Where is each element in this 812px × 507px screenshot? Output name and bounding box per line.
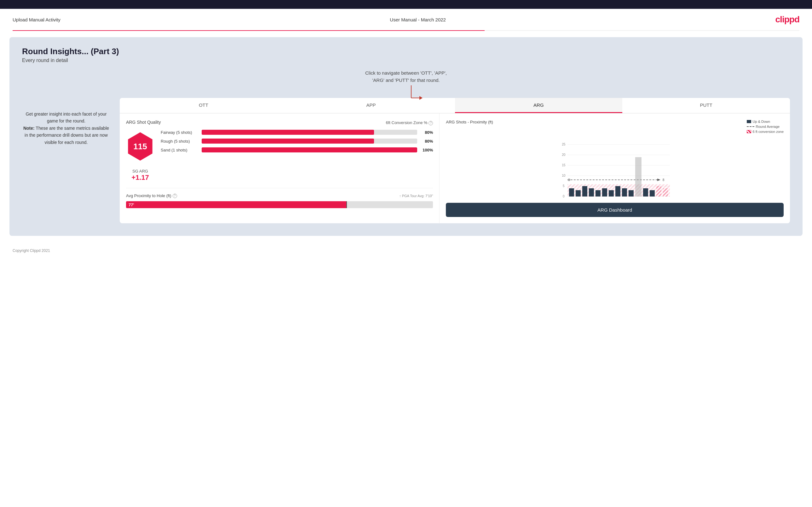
bar-11 (643, 188, 648, 196)
fairway-pct: 80% (420, 130, 433, 135)
legend-label-conversion: 6 ft conversion zone (753, 130, 783, 133)
footer: Copyright Clippd 2021 (0, 242, 812, 259)
proximity-cursor (346, 201, 347, 208)
metric-row-fairway: Fairway (5 shots) 80% (161, 130, 433, 135)
note-label: Note: (23, 126, 35, 131)
legend-up-down: Up & Down (747, 120, 783, 123)
sg-value: +1.17 (132, 173, 149, 182)
chart-legend: Up & Down Round Average 6 ft conversion … (747, 120, 783, 133)
header: Upload Manual Activity User Manual - Mar… (0, 9, 812, 30)
svg-text:10: 10 (562, 174, 566, 177)
legend-box-conversion (747, 130, 751, 133)
main-card: OTT APP ARG PUTT ARG Shot Quality 6ft Co… (120, 98, 790, 223)
fairway-bar-fill (202, 130, 374, 135)
legend-label-round-avg: Round Average (756, 125, 780, 128)
proximity-bar-fill: 77' (126, 201, 347, 208)
tabs-container: OTT APP ARG PUTT (120, 98, 790, 113)
right-section: ARG Shots - Proximity (ft) Up & Down Rou… (440, 113, 790, 223)
clippd-logo: clippd (775, 14, 799, 24)
bar-2 (576, 190, 581, 196)
svg-text:0: 0 (563, 194, 565, 198)
proximity-section: Avg Proximity to Hole (ft) ? ↑ PGA Tour … (126, 188, 433, 208)
svg-text:15: 15 (562, 163, 566, 167)
bar-tall (635, 157, 642, 196)
tab-arg[interactable]: ARG (455, 98, 623, 113)
arg-dashboard-button[interactable]: ARG Dashboard (446, 203, 783, 217)
chart-svg: 0 5 10 15 20 25 30 (446, 136, 783, 199)
rough-bar (202, 138, 417, 144)
sand-bar (202, 148, 417, 153)
legend-label-up-down: Up & Down (753, 120, 770, 123)
bar-9 (622, 188, 627, 196)
metric-row-rough: Rough (5 shots) 80% (161, 138, 433, 144)
proximity-bar-container: 77' (126, 201, 433, 208)
sg-label: SG ARG (132, 169, 148, 173)
svg-text:30: 30 (562, 136, 566, 137)
chart-title: ARG Shots - Proximity (ft) (446, 120, 493, 124)
tab-putt[interactable]: PUTT (622, 98, 790, 113)
left-section: ARG Shot Quality 6ft Conversion Zone % ?… (120, 113, 440, 223)
bar-8 (615, 186, 620, 196)
svg-text:5: 5 (563, 184, 565, 188)
svg-text:25: 25 (562, 143, 566, 146)
legend-dashed-line (747, 126, 754, 127)
page-subtitle: Every round in detail (22, 58, 790, 63)
tab-ott[interactable]: OTT (120, 98, 287, 113)
sand-bar-fill (202, 148, 417, 153)
annotation-area: Click to navigate between 'OTT', 'APP','… (22, 70, 790, 95)
upload-manual-activity[interactable]: Upload Manual Activity (13, 17, 60, 22)
left-description: Get greater insight into each facet of y… (22, 111, 110, 146)
chart-header: ARG Shots - Proximity (ft) Up & Down Rou… (446, 120, 783, 133)
legend-round-avg: Round Average (747, 125, 783, 128)
bar-12 (650, 190, 655, 196)
bar-hatch-2 (663, 188, 668, 196)
fairway-bar (202, 130, 417, 135)
legend-conversion: 6 ft conversion zone (747, 130, 783, 133)
bar-7 (609, 190, 614, 196)
bar-hatch-1 (656, 186, 661, 196)
arrow-annotation (408, 86, 427, 104)
bar-6 (602, 188, 607, 196)
round-avg-circle (568, 178, 570, 181)
fairway-label: Fairway (5 shots) (161, 130, 199, 135)
arg-score-badge: 115 (126, 132, 154, 161)
layout: Get greater insight into each facet of y… (22, 98, 790, 223)
header-divider (13, 30, 799, 31)
bar-5 (596, 190, 601, 196)
proximity-label: Avg Proximity to Hole (ft) ? (126, 193, 177, 198)
sand-label: Sand (1 shots) (161, 148, 199, 153)
legend-box-up-down (747, 120, 751, 123)
bar-10 (628, 190, 633, 196)
svg-text:20: 20 (562, 153, 566, 157)
page-title: Round Insights... (Part 3) (22, 47, 790, 56)
sand-pct: 100% (420, 148, 433, 153)
bar-4 (589, 188, 594, 196)
copyright-text: Copyright Clippd 2021 (13, 248, 50, 253)
tab-app[interactable]: APP (287, 98, 455, 113)
annotation-text: Click to navigate between 'OTT', 'APP','… (365, 70, 447, 84)
chart-area: 0 5 10 15 20 25 30 (446, 136, 783, 199)
proximity-help-icon[interactable]: ? (173, 194, 177, 198)
header-center-label: User Manual - March 2022 (390, 17, 446, 22)
rough-pct: 80% (420, 139, 433, 144)
svg-marker-2 (419, 96, 422, 100)
bar-1 (569, 188, 574, 196)
left-panel: Get greater insight into each facet of y… (22, 98, 110, 146)
help-icon[interactable]: ? (428, 121, 433, 125)
card-body: ARG Shot Quality 6ft Conversion Zone % ?… (120, 113, 790, 223)
top-bar (0, 0, 812, 9)
bar-3 (582, 186, 587, 196)
main-content: Round Insights... (Part 3) Every round i… (9, 37, 803, 236)
rough-label: Rough (5 shots) (161, 139, 199, 144)
round-avg-value: 8 (663, 178, 665, 182)
metric-row-sand: Sand (1 shots) 100% (161, 148, 433, 153)
proximity-header: Avg Proximity to Hole (ft) ? ↑ PGA Tour … (126, 193, 433, 198)
shot-quality-label: ARG Shot Quality (126, 120, 161, 125)
conversion-label: 6ft Conversion Zone % ? (386, 120, 433, 125)
round-avg-arrow (657, 178, 660, 181)
rough-bar-fill (202, 138, 374, 144)
pga-label: ↑ PGA Tour Avg: 7'10" (399, 194, 433, 198)
